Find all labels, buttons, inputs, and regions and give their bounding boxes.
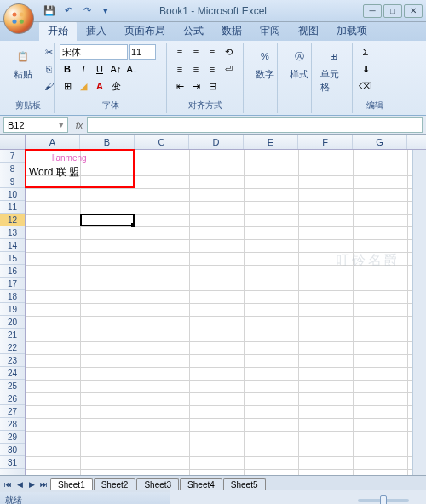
merge-button[interactable]: ⊟ [204,78,220,94]
paste-button[interactable]: 📋 粘贴 [7,44,39,83]
name-box[interactable]: B12▾ [3,117,68,133]
row-header[interactable]: 18 [0,290,25,303]
row-header[interactable]: 28 [0,418,25,431]
align-right-button[interactable]: ≡ [204,61,220,77]
phonetic-button[interactable]: 变 [108,78,124,94]
tab-home[interactable]: 开始 [39,21,77,41]
undo-icon[interactable]: ↶ [61,4,75,18]
row-header[interactable]: 12 [0,214,25,226]
cell-a8[interactable]: Word 联 盟 [27,164,81,180]
row-header[interactable]: 9 [0,175,25,188]
styles-button[interactable]: Ⓐ样式 [283,44,315,83]
underline-button[interactable]: U [92,61,107,77]
zoom-slider[interactable] [358,499,409,502]
fx-button[interactable]: fx [72,117,87,133]
sheet-tab-bar: ⏮ ◀ ▶ ⏭ Sheet1 Sheet2 Sheet3 Sheet4 Shee… [0,475,426,492]
row-header[interactable]: 13 [0,226,25,239]
status-text: 就绪 [5,495,22,504]
row-header[interactable]: 15 [0,252,25,265]
row-header[interactable]: 27 [0,405,25,418]
vertical-scrollbar[interactable] [412,150,426,475]
paste-icon: 📋 [13,46,33,66]
minimize-button[interactable]: ─ [363,4,382,18]
row-header[interactable]: 8 [0,163,25,175]
group-font-label: 字体 [60,98,161,112]
last-sheet-button[interactable]: ⏭ [37,478,49,490]
next-sheet-button[interactable]: ▶ [26,478,37,490]
font-size-combo[interactable]: 11 [129,44,156,60]
align-left-button[interactable]: ≡ [172,61,187,77]
row-header[interactable]: 29 [0,431,25,444]
row-header[interactable]: 31 [0,456,25,469]
office-button[interactable] [3,3,34,34]
tab-review[interactable]: 审阅 [251,21,289,41]
font-color-button[interactable]: A [92,78,107,94]
column-header[interactable]: G [353,135,407,149]
spreadsheet-grid[interactable]: A B C D E F G 78910111213141516171819202… [0,135,426,475]
row-header[interactable]: 26 [0,392,25,405]
redo-icon[interactable]: ↷ [80,4,94,18]
row-header[interactable]: 7 [0,150,25,163]
sheet-tab[interactable]: Sheet4 [180,478,222,490]
column-header[interactable]: E [244,135,298,149]
decrease-indent-button[interactable]: ⇤ [172,78,187,94]
increase-indent-button[interactable]: ⇥ [188,78,204,94]
column-header[interactable]: C [135,135,189,149]
font-name-combo[interactable]: 宋体 [60,44,128,60]
grow-font-button[interactable]: A↑ [108,61,124,77]
column-header[interactable]: D [189,135,244,149]
tab-insert[interactable]: 插入 [78,21,115,41]
align-bottom-button[interactable]: ≡ [204,44,220,60]
row-header[interactable]: 16 [0,265,25,278]
row-header[interactable]: 23 [0,354,25,367]
tab-formulas[interactable]: 公式 [175,21,212,41]
row-header[interactable]: 22 [0,341,25,354]
align-top-button[interactable]: ≡ [172,44,187,60]
ribbon-tabs: 开始 插入 页面布局 公式 数据 审阅 视图 加载项 [0,22,426,41]
tab-addins[interactable]: 加载项 [328,21,376,41]
row-header[interactable]: 24 [0,367,25,380]
sheet-tab[interactable]: Sheet2 [94,478,136,490]
first-sheet-button[interactable]: ⏮ [2,478,14,490]
row-header[interactable]: 20 [0,316,25,329]
close-button[interactable]: ✕ [404,4,423,18]
row-header[interactable]: 10 [0,188,25,201]
cells-button[interactable]: ⊞单元格 [317,44,349,95]
save-icon[interactable]: 💾 [43,4,56,18]
formula-input[interactable] [87,117,423,133]
maximize-button[interactable]: □ [383,4,402,18]
row-header[interactable]: 25 [0,380,25,392]
column-header[interactable]: F [298,135,353,149]
wrap-text-button[interactable]: ⏎ [221,61,236,77]
select-all-corner[interactable] [0,135,26,149]
sheet-tab[interactable]: Sheet3 [136,478,179,490]
sheet-tab[interactable]: Sheet5 [223,478,266,490]
fill-color-button[interactable]: ◢ [76,78,91,94]
tab-page-layout[interactable]: 页面布局 [116,21,174,41]
qat-dropdown-icon[interactable]: ▾ [99,4,112,18]
align-middle-button[interactable]: ≡ [188,44,204,60]
row-header[interactable]: 30 [0,444,25,456]
clear-button[interactable]: ⌫ [358,78,373,94]
tab-view[interactable]: 视图 [290,21,327,41]
prev-sheet-button[interactable]: ◀ [14,478,26,490]
shrink-font-button[interactable]: A↓ [124,61,140,77]
autosum-button[interactable]: Σ [358,44,373,60]
bold-button[interactable]: B [60,61,75,77]
orientation-button[interactable]: ⟲ [221,44,236,60]
italic-button[interactable]: I [76,61,91,77]
align-center-button[interactable]: ≡ [188,61,204,77]
border-button[interactable]: ⊞ [60,78,75,94]
tab-data[interactable]: 数据 [213,21,250,41]
fill-button[interactable]: ⬇ [358,61,373,77]
titlebar: 💾 ↶ ↷ ▾ Book1 - Microsoft Excel ─ □ ✕ [0,0,426,22]
sheet-tab[interactable]: Sheet1 [50,478,93,490]
number-format-button[interactable]: %数字 [249,44,281,83]
row-header[interactable]: 11 [0,201,25,214]
column-header[interactable]: A [26,135,80,149]
row-header[interactable]: 14 [0,239,25,252]
column-header[interactable]: B [80,135,135,149]
row-header[interactable]: 19 [0,303,25,316]
row-header[interactable]: 17 [0,278,25,290]
row-header[interactable]: 21 [0,329,25,341]
